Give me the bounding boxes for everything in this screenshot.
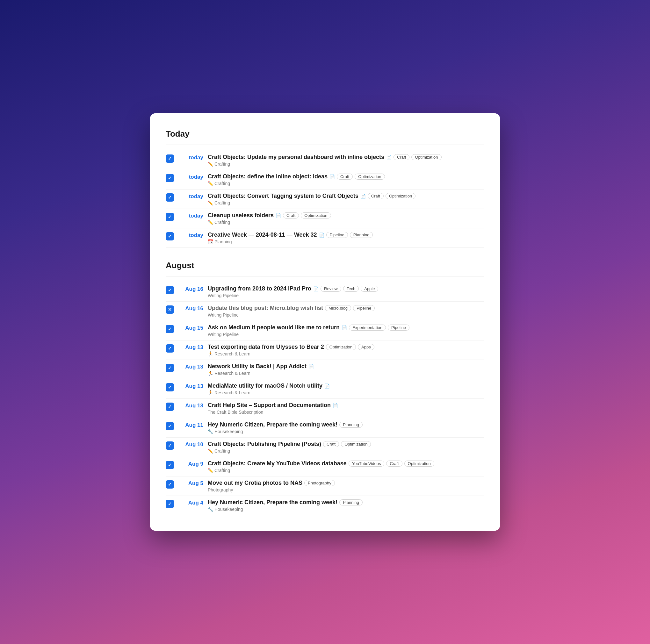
check-icon: ✓ xyxy=(168,156,172,161)
subtitle-icon: ✏️ xyxy=(208,200,213,205)
task-row[interactable]: ✓Aug 13Network Utility is Back! | App Ad… xyxy=(166,360,484,379)
task-title: Cleanup useless folders xyxy=(208,212,274,219)
task-tag: Apps xyxy=(358,344,374,350)
subtitle-text: Research & Learn xyxy=(214,390,250,395)
task-checkbox-x[interactable]: ✕ xyxy=(166,305,174,314)
task-row[interactable]: ✓Aug 16Upgrading from 2018 to 2024 iPad … xyxy=(166,282,484,302)
task-tag: Review xyxy=(321,286,341,292)
task-title: Craft Objects: Create My YouTube Videos … xyxy=(208,460,347,467)
task-subtitle: ✏️Crafting xyxy=(208,181,484,186)
task-checkbox[interactable]: ✓ xyxy=(166,364,174,372)
task-subtitle: 🏃Research & Learn xyxy=(208,390,484,395)
section-header-today: Today xyxy=(166,129,484,139)
task-row[interactable]: ✓todayCraft Objects: define the inline o… xyxy=(166,170,484,190)
task-content: MediaMate utility for macOS / Notch util… xyxy=(208,382,484,395)
task-row[interactable]: ✓Aug 15Ask on Medium if people would lik… xyxy=(166,321,484,340)
task-row[interactable]: ✕Aug 16Update this blog post: Micro.blog… xyxy=(166,302,484,321)
task-checkbox[interactable]: ✓ xyxy=(166,422,174,430)
task-tag: Micro.blog xyxy=(325,305,351,311)
task-content: Ask on Medium if people would like me to… xyxy=(208,324,484,337)
task-title: Update this blog post: Micro.blog wish l… xyxy=(208,305,323,311)
task-date: Aug 5 xyxy=(178,480,203,487)
subtitle-icon: 🏃 xyxy=(208,390,213,395)
task-row[interactable]: ✓Aug 10Craft Objects: Publishing Pipelin… xyxy=(166,438,484,457)
task-date: today xyxy=(178,232,203,238)
task-tag: Planning xyxy=(339,499,363,505)
task-checkbox[interactable]: ✓ xyxy=(166,383,174,391)
task-date: today xyxy=(178,212,203,219)
subtitle-icon: ✏️ xyxy=(208,161,213,166)
task-subtitle: 🔧Housekeeping xyxy=(208,507,484,512)
task-checkbox[interactable]: ✓ xyxy=(166,461,174,469)
task-tag: Optimization xyxy=(386,193,416,199)
doc-icon: 📄 xyxy=(276,213,281,218)
doc-icon: 📄 xyxy=(329,174,335,179)
subtitle-text: Housekeeping xyxy=(214,429,243,434)
task-checkbox[interactable]: ✓ xyxy=(166,174,174,182)
task-date: Aug 15 xyxy=(178,324,203,331)
task-date: Aug 13 xyxy=(178,363,203,370)
task-tag: Craft xyxy=(323,441,339,447)
task-row[interactable]: ✓Aug 5Move out my Crotia photos to NASPh… xyxy=(166,477,484,496)
task-title-row: Craft Objects: Create My YouTube Videos … xyxy=(208,460,484,467)
task-row[interactable]: ✓Aug 13Craft Help Site – Support and Doc… xyxy=(166,399,484,418)
task-row[interactable]: ✓Aug 13MediaMate utility for macOS / Not… xyxy=(166,379,484,399)
section-divider-today xyxy=(166,145,484,145)
task-row[interactable]: ✓Aug 4Hey Numeric Citizen, Prepare the c… xyxy=(166,496,484,515)
task-row[interactable]: ✓todayCraft Objects: Convert Tagging sys… xyxy=(166,190,484,209)
task-title-row: Craft Help Site – Support and Documentat… xyxy=(208,402,484,409)
task-tag: Optimization xyxy=(301,213,331,219)
task-tag: YouTubeVideos xyxy=(349,460,385,466)
task-title-row: Craft Objects: Update my personal dashbo… xyxy=(208,154,484,160)
task-checkbox[interactable]: ✓ xyxy=(166,232,174,240)
task-date: today xyxy=(178,173,203,180)
task-checkbox[interactable]: ✓ xyxy=(166,213,174,221)
task-content: Creative Week — 2024-08-11 — Week 32📄Pip… xyxy=(208,232,484,244)
task-subtitle: ✏️Crafting xyxy=(208,448,484,454)
subtitle-icon: 🔧 xyxy=(208,429,213,434)
task-title: Craft Objects: Publishing Pipeline (Post… xyxy=(208,441,321,448)
task-checkbox[interactable]: ✓ xyxy=(166,500,174,508)
task-title-row: Move out my Crotia photos to NASPhotogra… xyxy=(208,480,484,486)
task-date: today xyxy=(178,193,203,200)
task-checkbox[interactable]: ✓ xyxy=(166,286,174,294)
task-tag: Craft xyxy=(337,174,353,180)
task-checkbox[interactable]: ✓ xyxy=(166,193,174,202)
task-subtitle: Writing Pipeline xyxy=(208,293,484,298)
task-checkbox[interactable]: ✓ xyxy=(166,154,174,163)
check-icon: ✓ xyxy=(168,195,172,200)
task-date: Aug 16 xyxy=(178,286,203,292)
check-icon: ✓ xyxy=(168,404,172,409)
task-checkbox[interactable]: ✓ xyxy=(166,442,174,450)
task-row[interactable]: ✓todayCleanup useless folders📄CraftOptim… xyxy=(166,209,484,228)
task-row[interactable]: ✓Aug 11Hey Numeric Citizen, Prepare the … xyxy=(166,418,484,438)
task-tag: Pipeline xyxy=(388,325,409,331)
subtitle-icon: 🔧 xyxy=(208,507,213,512)
subtitle-text: Housekeeping xyxy=(214,507,243,512)
task-tag: Photography xyxy=(304,480,335,486)
task-tag: Tech xyxy=(343,286,359,292)
task-checkbox[interactable]: ✓ xyxy=(166,344,174,352)
task-content: Cleanup useless folders📄CraftOptimizatio… xyxy=(208,212,484,225)
task-title: Hey Numeric Citizen, Prepare the coming … xyxy=(208,421,337,428)
task-title-row: Craft Objects: define the inline object:… xyxy=(208,173,484,180)
task-content: Craft Objects: Update my personal dashbo… xyxy=(208,154,484,166)
task-tag: Craft xyxy=(368,193,384,199)
task-tag: Optimization xyxy=(411,154,441,160)
task-tag: Optimization xyxy=(355,174,385,180)
check-icon: ✓ xyxy=(168,214,172,220)
task-content: Craft Objects: Publishing Pipeline (Post… xyxy=(208,441,484,454)
task-checkbox[interactable]: ✓ xyxy=(166,403,174,411)
task-title: Craft Objects: Update my personal dashbo… xyxy=(208,154,384,160)
task-row[interactable]: ✓todayCreative Week — 2024-08-11 — Week … xyxy=(166,228,484,248)
x-icon: ✕ xyxy=(168,307,172,312)
task-checkbox[interactable]: ✓ xyxy=(166,480,174,489)
check-icon: ✓ xyxy=(168,482,172,487)
task-row[interactable]: ✓Aug 13Test exporting data from Ulysses … xyxy=(166,340,484,360)
check-icon: ✓ xyxy=(168,346,172,351)
task-row[interactable]: ✓todayCraft Objects: Update my personal … xyxy=(166,151,484,170)
subtitle-text: Crafting xyxy=(214,220,230,225)
subtitle-icon: ✏️ xyxy=(208,448,213,454)
task-row[interactable]: ✓Aug 9Craft Objects: Create My YouTube V… xyxy=(166,457,484,477)
task-checkbox[interactable]: ✓ xyxy=(166,325,174,333)
